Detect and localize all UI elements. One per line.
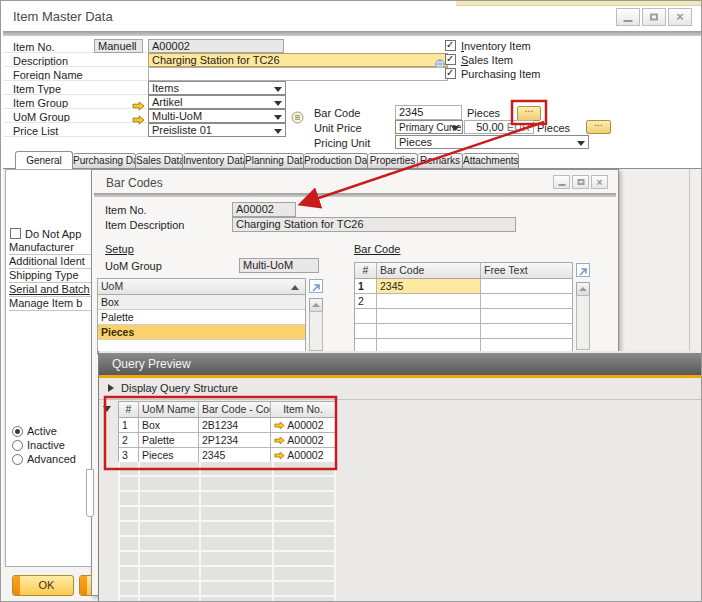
structure-divider xyxy=(99,399,702,400)
tab-bar: General Purchasing Data Sales Data Inven… xyxy=(15,151,519,169)
bar-code-heading: Bar Code xyxy=(354,243,400,255)
row-divider xyxy=(3,136,147,137)
dialog-item-description-field[interactable]: Charging Station for TC26 xyxy=(232,217,516,232)
col-free-text[interactable]: Free Text xyxy=(481,263,572,278)
do-not-apply-checkbox[interactable] xyxy=(10,228,21,239)
bar-code-scrollbar[interactable] xyxy=(576,295,590,350)
col-num[interactable]: # xyxy=(119,402,139,417)
query-row[interactable]: 2 Palette 2P1234 A00002 xyxy=(119,433,335,448)
item-group-dropdown[interactable]: Artikel xyxy=(148,95,286,109)
uom-expand-icon[interactable] xyxy=(309,279,323,293)
bar-code-uom-label: Pieces xyxy=(467,107,500,119)
globe-icon[interactable] xyxy=(435,55,445,65)
col-bar-code[interactable]: Bar Code xyxy=(377,263,481,278)
unit-price-field[interactable]: 50,00 EUR xyxy=(464,120,534,134)
tab-planning-data[interactable]: Planning Data xyxy=(245,153,304,169)
query-row[interactable]: 1 Box 2B1234 A00002 xyxy=(119,418,335,433)
scroll-up-icon xyxy=(312,303,320,307)
pricing-unit-dropdown[interactable]: Pieces xyxy=(395,135,589,149)
bar-code-row-empty[interactable] xyxy=(355,309,572,324)
purchasing-item-label: Purchasing Item xyxy=(461,68,540,80)
additional-identifier-label: Additional Ident xyxy=(9,255,95,269)
query-table-empty-rows xyxy=(118,462,336,602)
bar-code-browse-button[interactable]: ... xyxy=(517,106,541,121)
link-arrow-icon[interactable] xyxy=(132,111,145,129)
serial-and-batch-link[interactable]: Serial and Batch xyxy=(9,283,95,297)
link-arrow-icon[interactable] xyxy=(274,434,285,446)
purchasing-item-checkbox[interactable]: ✓ xyxy=(445,68,456,79)
grid-line xyxy=(138,462,140,602)
active-radio[interactable] xyxy=(12,426,23,437)
col-uom-name[interactable]: UoM Name xyxy=(139,402,199,417)
item-master-window: Item Master Data × Item No. Description … xyxy=(0,0,702,602)
bar-code-row-empty[interactable] xyxy=(355,324,572,339)
manage-item-by-label: Manage Item b xyxy=(9,297,95,311)
bar-code-row[interactable]: 1 2345 xyxy=(355,279,572,294)
query-preview-titlebar[interactable]: Query Preview xyxy=(99,353,702,375)
pane-scrollbar[interactable] xyxy=(86,469,94,517)
tab-attachments[interactable]: Attachments xyxy=(463,153,519,169)
uom-row-box[interactable]: Box xyxy=(98,295,305,310)
bar-code-field[interactable]: 2345 xyxy=(395,105,462,120)
item-type-dropdown[interactable]: Items xyxy=(148,81,286,95)
uom-list: UoM Box Palette Pieces xyxy=(97,278,306,355)
tab-remarks[interactable]: Remarks xyxy=(418,153,463,169)
inventory-item-checkbox[interactable]: ✓ xyxy=(445,40,456,51)
ok-button[interactable]: OK xyxy=(12,575,74,596)
minimize-icon xyxy=(624,20,633,22)
maximize-button[interactable] xyxy=(642,8,666,26)
maximize-icon xyxy=(650,14,658,21)
maximize-icon xyxy=(577,179,584,185)
dialog-uom-group-field[interactable]: Multi-UoM xyxy=(239,258,319,273)
item-no-series-field[interactable]: Manuell xyxy=(94,39,143,53)
price-list-dropdown[interactable]: Preisliste 01 xyxy=(148,123,286,137)
uom-group-dropdown[interactable]: Multi-UoM xyxy=(148,109,286,123)
tab-purchasing-data[interactable]: Purchasing Data xyxy=(73,153,136,169)
collapse-arrow-icon[interactable] xyxy=(108,384,114,392)
minimize-button[interactable] xyxy=(616,8,640,26)
query-row[interactable]: 3 Pieces 2345 A00002 xyxy=(119,448,335,463)
uom-scrollbar[interactable] xyxy=(309,311,323,351)
chevron-down-icon xyxy=(274,87,282,92)
description-field[interactable]: Charging Station for TC26 xyxy=(148,53,448,67)
dialog-maximize-button[interactable] xyxy=(572,175,589,189)
link-arrow-icon[interactable] xyxy=(274,419,285,431)
dialog-minimize-button[interactable] xyxy=(553,175,570,189)
tab-general[interactable]: General xyxy=(15,151,73,169)
inactive-radio[interactable] xyxy=(12,440,23,451)
bar-code-table: # Bar Code Free Text 1 2345 2 xyxy=(354,262,573,355)
close-icon: × xyxy=(592,176,607,188)
item-no-field[interactable]: A00002 xyxy=(148,39,284,53)
uom-row-palette[interactable]: Palette xyxy=(98,310,305,325)
col-bar-code-code[interactable]: Bar Code - Code xyxy=(199,402,271,417)
tab-properties[interactable]: Properties xyxy=(368,153,418,169)
advanced-radio[interactable] xyxy=(12,454,23,465)
col-num[interactable]: # xyxy=(355,263,377,278)
uom-values-icon[interactable] xyxy=(291,110,304,128)
foreign-name-field[interactable] xyxy=(148,67,448,81)
tab-sales-data[interactable]: Sales Data xyxy=(136,153,183,169)
uom-scroll-up-button[interactable] xyxy=(309,298,323,312)
shipping-type-label: Shipping Type xyxy=(9,269,95,283)
tab-inventory-data[interactable]: Inventory Data xyxy=(183,153,245,169)
bar-code-row[interactable]: 2 xyxy=(355,294,572,309)
sales-item-checkbox[interactable]: ✓ xyxy=(445,54,456,65)
check-icon: ✓ xyxy=(446,39,454,50)
tab-production-data[interactable]: Production Data xyxy=(304,153,368,169)
expand-arrow-icon[interactable] xyxy=(103,406,111,412)
grid-line xyxy=(118,462,120,602)
bar-code-scroll-up-button[interactable] xyxy=(576,282,590,296)
dialog-close-button[interactable]: × xyxy=(591,175,608,189)
close-button[interactable]: × xyxy=(668,8,692,26)
col-item-no[interactable]: Item No. xyxy=(271,402,335,417)
uom-list-header[interactable]: UoM xyxy=(98,279,305,295)
row-divider xyxy=(3,94,147,95)
dialog-item-no-field[interactable]: A00002 xyxy=(232,202,296,217)
uom-row-pieces-selected[interactable]: Pieces xyxy=(98,325,305,340)
uom-prices-browse-button[interactable]: ... xyxy=(586,120,611,134)
currency-dropdown[interactable]: Primary Curre xyxy=(395,120,463,134)
link-arrow-icon[interactable] xyxy=(274,449,285,461)
inventory-item-label: Inventory Item xyxy=(461,40,531,52)
bar-code-expand-icon[interactable] xyxy=(576,263,590,277)
display-query-structure-label[interactable]: Display Query Structure xyxy=(121,382,238,394)
